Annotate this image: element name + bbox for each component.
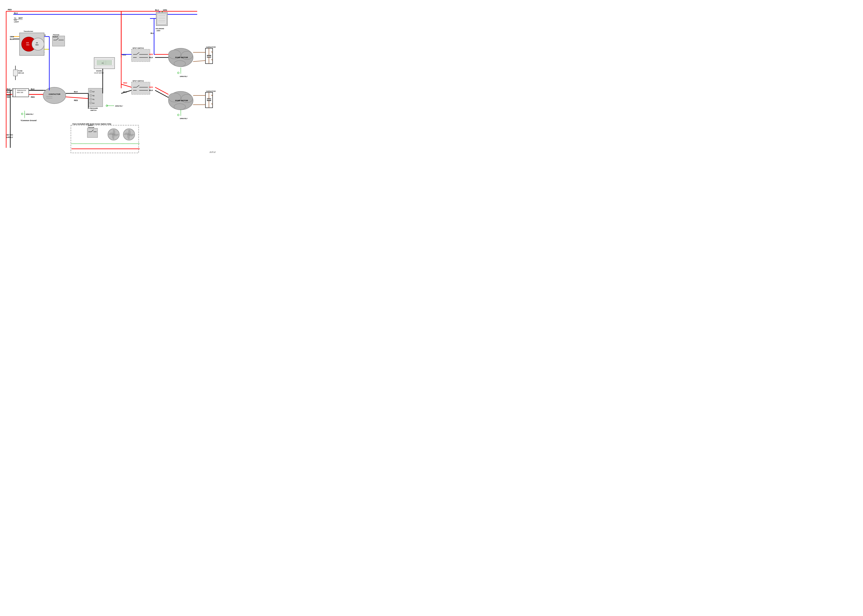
svg-text:CAPACITOR: CAPACITOR [206, 46, 216, 48]
svg-text:Switch: Switch [88, 124, 93, 126]
svg-text:T1: T1 [93, 99, 94, 101]
svg-text:24: 24 [36, 42, 38, 44]
svg-text:BLK: BLK [7, 88, 11, 90]
svg-text:300 mA: 300 mA [18, 72, 24, 74]
svg-text:LIGHT: LIGHT [14, 21, 19, 23]
svg-text:Thermal: Thermal [53, 34, 59, 36]
svg-line-138 [193, 61, 205, 61]
svg-text:CAPACITOR: CAPACITOR [206, 90, 216, 92]
svg-text:RED: RED [74, 99, 78, 101]
svg-text:FUSE: FUSE [18, 70, 23, 72]
svg-text:GRN/YEL*: GRN/YEL* [26, 113, 34, 115]
svg-rect-106 [131, 82, 150, 94]
svg-text:VAC: VAC [35, 44, 39, 46]
svg-text:SOLENOID: SOLENOID [156, 28, 164, 30]
svg-text:RED: RED [123, 82, 128, 84]
svg-text:BLK: BLK [31, 88, 35, 90]
svg-text:VAC: VAC [26, 44, 30, 46]
svg-text:PUMP MOTOR: PUMP MOTOR [175, 57, 188, 58]
svg-point-142 [174, 104, 186, 110]
svg-point-145 [178, 114, 179, 116]
svg-line-115 [121, 84, 131, 87]
svg-rect-85 [96, 60, 112, 65]
svg-text:Thermal: Thermal [88, 126, 94, 128]
svg-text:230 VAC: 230 VAC [6, 134, 13, 136]
svg-text:SWITCH: SWITCH [90, 109, 96, 111]
svg-point-74 [90, 98, 92, 101]
svg-text:GRN: GRN [163, 9, 167, 11]
svg-text:RED: RED [31, 96, 35, 98]
svg-text:*Common Ground: *Common Ground [20, 119, 36, 121]
svg-line-120 [155, 90, 169, 97]
svg-text:SPDT SWITCH: SPDT SWITCH [132, 47, 144, 49]
svg-text:24V: 24V [14, 19, 17, 21]
svg-text:ArtFull: ArtFull [209, 151, 216, 153]
svg-text:RED: RED [149, 86, 153, 88]
svg-point-57 [43, 87, 66, 104]
svg-point-72 [90, 94, 92, 97]
svg-text:GRN/YEL*: GRN/YEL* [115, 105, 123, 107]
svg-text:RED: RED [149, 53, 153, 55]
svg-point-76 [90, 102, 92, 104]
svg-text:GRN/YEL*: GRN/YEL* [180, 118, 188, 119]
svg-text:00: 00 [102, 62, 104, 64]
svg-text:WHT: WHT [19, 17, 23, 19]
svg-text:PRESSURE: PRESSURE [89, 107, 98, 109]
svg-text:HOURS: HOURS [96, 70, 102, 72]
svg-line-119 [155, 87, 169, 94]
svg-text:L2: L2 [93, 91, 94, 93]
svg-text:TO: TO [14, 17, 16, 19]
svg-rect-94 [131, 49, 150, 61]
svg-rect-176 [87, 128, 98, 138]
svg-point-70 [90, 90, 92, 93]
svg-text:BLU: BLU [14, 12, 18, 14]
svg-text:PUMP MOTOR: PUMP MOTOR [175, 99, 188, 102]
svg-text:BLU: BLU [155, 9, 159, 11]
svg-text:BLK: BLK [10, 38, 14, 40]
svg-point-39 [21, 113, 23, 115]
svg-text:L1: L1 [93, 102, 94, 104]
svg-point-124 [174, 61, 186, 67]
svg-text:Switch: Switch [53, 36, 58, 38]
svg-text:T2: T2 [93, 95, 94, 97]
svg-text:230V: 230V [156, 30, 161, 31]
diagram-container: RED BLU TO 24V LIGHT WHT ORN BLK BLU YEL… [0, 0, 216, 154]
svg-text:SUPPLY: SUPPLY [6, 136, 13, 138]
svg-text:TERM BLOCK: TERM BLOCK [17, 90, 26, 91]
svg-text:SPDT SWITCH: SPDT SWITCH [132, 80, 144, 82]
svg-text:600V 30A: 600V 30A [17, 92, 23, 93]
svg-text:GRN/YEL*: GRN/YEL* [180, 75, 188, 77]
svg-text:BLK: BLK [123, 91, 127, 93]
svg-text:ORN: ORN [10, 36, 14, 38]
svg-text:HOUR   METER: HOUR METER [94, 72, 104, 74]
svg-text:Transformer: Transformer [24, 30, 33, 32]
svg-rect-18 [13, 70, 17, 76]
svg-text:BLK: BLK [74, 91, 78, 93]
svg-text:BLK: BLK [149, 89, 153, 91]
svg-text:230: 230 [26, 42, 29, 44]
svg-line-67 [66, 97, 88, 99]
svg-point-127 [178, 72, 179, 74]
svg-text:BLK: BLK [149, 57, 153, 58]
svg-text:CONTACTOR: CONTACTOR [49, 93, 60, 95]
svg-text:RED: RED [8, 9, 12, 11]
